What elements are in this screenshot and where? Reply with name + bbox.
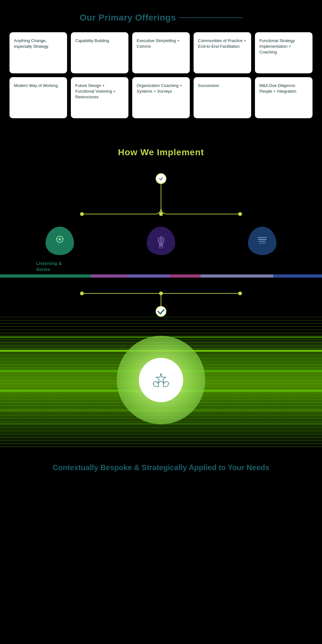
labels-row: Listening & Series [0,260,322,272]
offering-card-6-text: Modern Way of Working [14,83,58,89]
offering-card-8: Organization Coaching + Systems + Survey… [132,77,190,118]
checkmark-icon [158,176,164,181]
label-1-line1: Listening & [36,260,77,267]
offering-card-4: Communities of Practice + End-to-End Fac… [194,32,251,73]
offering-card-1: Anything Change, especially Strategy [9,32,67,73]
offering-card-3-text: Executive Storytelling + Comms [137,38,185,49]
curved-branch-bottom-svg [79,287,243,306]
offerings-row-1: Anything Change, especially Strategy Cap… [9,32,313,73]
label-col-2 [140,260,182,272]
prog-bar-4 [170,274,201,278]
listening-icon-container [46,227,74,255]
prog-bar-1 [0,274,91,278]
outer-circle [117,336,205,424]
star-hands-icon [150,369,172,391]
prog-bar-6 [273,274,322,278]
waves-icon-container [147,227,175,255]
offering-card-5: Functional Strategy Implementation + Coa… [255,32,313,73]
lines-icon [254,233,270,249]
checkmark-bottom-icon [156,307,166,316]
offering-card-9-text: Succession [198,83,219,89]
label-1-line2: Series [36,267,77,272]
svg-point-1 [159,212,163,216]
implement-title: How We Implement [0,147,322,157]
progress-bars [0,274,322,278]
label-col-3 [245,260,286,272]
implement-section: How We Implement [0,132,322,317]
bespoke-section: Contextually Bespoke & Strategically App… [0,450,322,486]
icons-row [0,227,322,255]
listening-icon [52,233,68,249]
offering-card-1-text: Anything Change, especially Strategy [14,38,63,49]
tree-circle-top [156,173,166,184]
offering-card-7: Future Design + Functional Visioning + R… [71,77,128,118]
offering-card-3: Executive Storytelling + Comms [132,32,190,73]
svg-point-2 [238,212,242,216]
offering-card-9: Succession [194,77,251,118]
lines-icon-container [248,227,276,255]
label-col-1: Listening & Series [36,260,77,272]
offering-card-5-text: Functional Strategy Implementation + Coa… [259,38,308,55]
offering-card-2: Capability Building [71,32,128,73]
prog-bar-5 [201,274,273,278]
top-branch [0,173,322,220]
inner-circle [139,358,183,402]
offering-card-2-text: Capability Building [75,38,109,44]
curved-branch-svg [79,201,243,220]
tree-circle-bottom [156,306,166,317]
vertical-line-top [161,184,161,201]
offerings-section: Our Primary Offerings Anything Change, e… [0,0,322,132]
offering-card-6: Modern Way of Working [9,77,67,118]
green-circle-section [0,317,322,450]
offering-card-10-text: M&A Due Diligence: People + Integration [259,83,308,94]
bottom-branch [0,287,322,317]
prog-bar-3 [127,274,170,278]
offering-card-10: M&A Due Diligence: People + Integration [255,77,313,118]
prog-bar-2 [91,274,127,278]
offerings-row-2: Modern Way of Working Future Design + Fu… [9,77,313,118]
svg-marker-13 [156,373,166,383]
offering-card-7-text: Future Design + Functional Visioning + R… [75,83,124,100]
offering-card-8-text: Organization Coaching + Systems + Survey… [137,83,185,94]
offerings-title: Our Primary Offerings [9,13,313,23]
offering-card-4-text: Communities of Practice + End-to-End Fac… [198,38,247,49]
waves-icon [153,233,169,249]
bespoke-title: Contextually Bespoke & Strategically App… [32,462,290,473]
svg-point-0 [80,212,84,216]
